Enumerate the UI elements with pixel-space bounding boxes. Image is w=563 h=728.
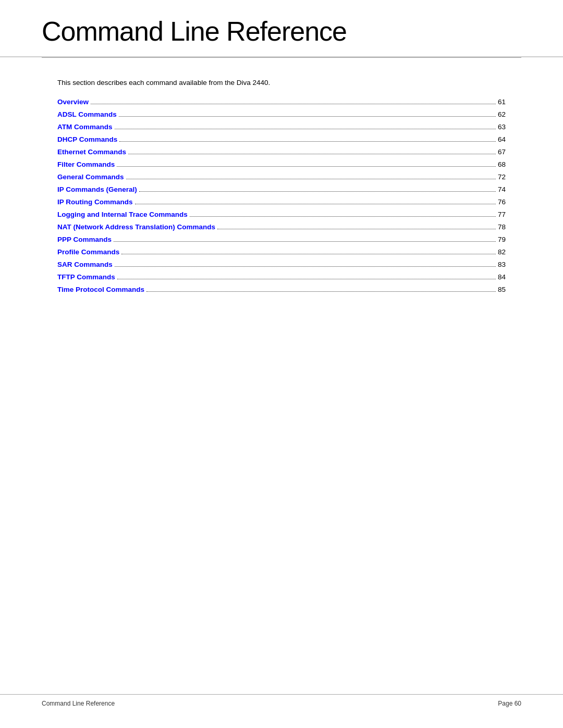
toc-row: Profile Commands82 <box>57 248 506 258</box>
toc-row: Filter Commands68 <box>57 161 506 171</box>
toc-row: ATM Commands63 <box>57 123 506 133</box>
toc-dots <box>190 216 496 217</box>
toc-row: TFTP Commands84 <box>57 273 506 283</box>
toc-link[interactable]: DHCP Commands <box>57 135 117 143</box>
intro-text: This section describes each command avai… <box>57 79 506 87</box>
toc-row: Time Protocol Commands85 <box>57 286 506 296</box>
toc-row: SAR Commands83 <box>57 261 506 271</box>
toc-dots <box>146 291 496 292</box>
toc-dots <box>117 166 496 167</box>
toc-dots <box>217 229 496 229</box>
toc-link[interactable]: PPP Commands <box>57 236 112 243</box>
toc-link[interactable]: NAT (Network Address Translation) Comman… <box>57 223 215 231</box>
toc-dots <box>117 279 496 279</box>
toc-page-number: 84 <box>498 273 506 281</box>
toc-dots <box>119 141 496 142</box>
toc-link[interactable]: IP Routing Commands <box>57 198 133 206</box>
toc-link[interactable]: IP Commands (General) <box>57 186 137 193</box>
page-title: Command Line Reference <box>42 16 521 56</box>
toc-link[interactable]: SAR Commands <box>57 261 113 268</box>
toc-dots <box>115 266 496 267</box>
toc-row: IP Commands (General)74 <box>57 186 506 196</box>
toc-page-number: 83 <box>498 261 506 268</box>
toc-dots <box>114 241 496 242</box>
toc-link[interactable]: ADSL Commands <box>57 110 117 118</box>
toc-page-number: 61 <box>498 98 506 106</box>
toc-dots <box>126 179 496 179</box>
toc-dots <box>128 154 496 154</box>
toc-dots <box>121 254 496 254</box>
toc-link[interactable]: Overview <box>57 98 89 106</box>
toc-link[interactable]: ATM Commands <box>57 123 113 131</box>
toc-dots <box>135 204 496 204</box>
toc-page-number: 64 <box>498 135 506 143</box>
toc-page-number: 85 <box>498 286 506 293</box>
footer-section: Command Line Reference Page 60 <box>0 694 563 707</box>
toc-page-number: 68 <box>498 161 506 168</box>
toc-dots <box>115 129 496 129</box>
toc-link[interactable]: TFTP Commands <box>57 273 115 281</box>
toc-row: DHCP Commands64 <box>57 135 506 146</box>
content-section: This section describes each command avai… <box>0 58 563 319</box>
toc-page-number: 62 <box>498 110 506 118</box>
toc-dots <box>139 191 496 192</box>
toc-row: PPP Commands79 <box>57 236 506 246</box>
toc-link[interactable]: Filter Commands <box>57 161 115 168</box>
toc-dots <box>119 116 496 117</box>
toc-page-number: 77 <box>498 211 506 218</box>
toc-row: Logging and Internal Trace Commands77 <box>57 211 506 221</box>
toc-row: General Commands72 <box>57 173 506 183</box>
toc-link[interactable]: Time Protocol Commands <box>57 286 144 293</box>
toc-page-number: 79 <box>498 236 506 243</box>
toc-link[interactable]: General Commands <box>57 173 124 181</box>
toc-link[interactable]: Ethernet Commands <box>57 148 126 156</box>
toc-page-number: 76 <box>498 198 506 206</box>
toc-row: Ethernet Commands67 <box>57 148 506 158</box>
toc-link[interactable]: Logging and Internal Trace Commands <box>57 211 188 218</box>
toc-page-number: 74 <box>498 186 506 193</box>
header-section: Command Line Reference <box>0 0 563 57</box>
footer-right-text: Page 60 <box>498 700 521 707</box>
toc-page-number: 67 <box>498 148 506 156</box>
toc-row: IP Routing Commands76 <box>57 198 506 208</box>
page-container: Command Line Reference This section desc… <box>0 0 563 728</box>
toc-link[interactable]: Profile Commands <box>57 248 119 256</box>
toc-row: Overview61 <box>57 98 506 108</box>
toc-page-number: 82 <box>498 248 506 256</box>
toc-row: NAT (Network Address Translation) Comman… <box>57 223 506 233</box>
toc-page-number: 72 <box>498 173 506 181</box>
toc-list: Overview61ADSL Commands62ATM Commands63D… <box>57 98 506 296</box>
toc-page-number: 78 <box>498 223 506 231</box>
toc-row: ADSL Commands62 <box>57 110 506 121</box>
footer-left-text: Command Line Reference <box>42 700 115 707</box>
toc-page-number: 63 <box>498 123 506 131</box>
toc-dots <box>91 104 496 104</box>
